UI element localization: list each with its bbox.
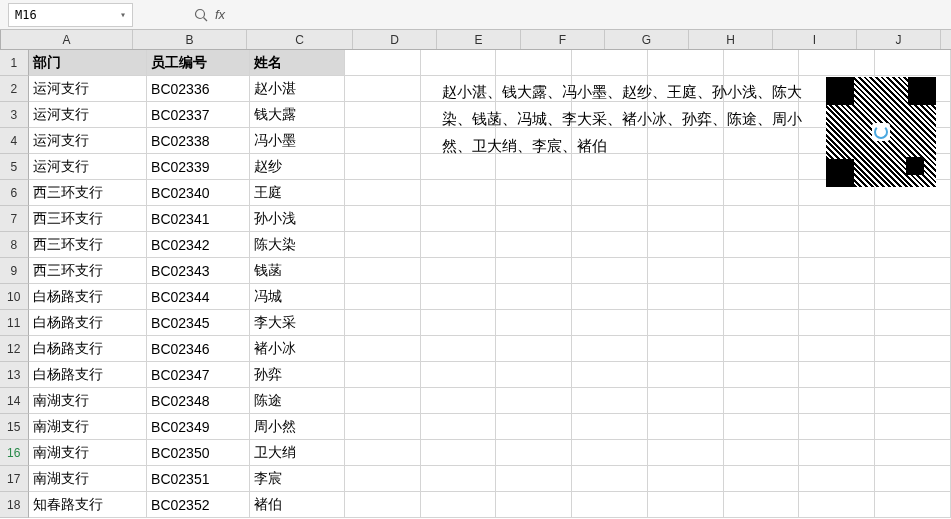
column-header-B[interactable]: B (133, 30, 247, 49)
cell-C6[interactable]: 王庭 (250, 180, 345, 206)
cell-H5[interactable] (648, 154, 724, 180)
cell-A6[interactable]: 西三环支行 (29, 180, 147, 206)
cell-J8[interactable] (799, 232, 875, 258)
cell-A11[interactable]: 白杨路支行 (29, 310, 147, 336)
cell-K12[interactable] (875, 336, 951, 362)
cell-H13[interactable] (648, 362, 724, 388)
cell-H2[interactable] (648, 76, 724, 102)
cell-H16[interactable] (648, 440, 724, 466)
cell-F1[interactable] (496, 50, 572, 76)
cell-B3[interactable]: BC02337 (147, 102, 249, 128)
cell-C11[interactable]: 李大采 (250, 310, 345, 336)
cell-G18[interactable] (572, 492, 648, 518)
cell-J17[interactable] (799, 466, 875, 492)
cell-G14[interactable] (572, 388, 648, 414)
cell-J9[interactable] (799, 258, 875, 284)
cell-F3[interactable] (496, 102, 572, 128)
cell-A4[interactable]: 运河支行 (29, 128, 147, 154)
cell-K5[interactable] (875, 154, 951, 180)
cell-I1[interactable] (724, 50, 800, 76)
row-header-3[interactable]: 3 (0, 102, 29, 128)
cell-A7[interactable]: 西三环支行 (29, 206, 147, 232)
cell-G1[interactable] (572, 50, 648, 76)
cell-G11[interactable] (572, 310, 648, 336)
cell-E10[interactable] (421, 284, 497, 310)
cell-G17[interactable] (572, 466, 648, 492)
cell-B13[interactable]: BC02347 (147, 362, 249, 388)
cell-A18[interactable]: 知春路支行 (29, 492, 147, 518)
cell-D10[interactable] (345, 284, 421, 310)
cell-B4[interactable]: BC02338 (147, 128, 249, 154)
cell-E16[interactable] (421, 440, 497, 466)
row-header-7[interactable]: 7 (0, 206, 29, 232)
cell-F16[interactable] (496, 440, 572, 466)
cell-J11[interactable] (799, 310, 875, 336)
cell-K11[interactable] (875, 310, 951, 336)
cell-A16[interactable]: 南湖支行 (29, 440, 147, 466)
cell-K13[interactable] (875, 362, 951, 388)
cell-I2[interactable] (724, 76, 800, 102)
cell-E14[interactable] (421, 388, 497, 414)
cell-J1[interactable] (799, 50, 875, 76)
cell-H1[interactable] (648, 50, 724, 76)
cell-G6[interactable] (572, 180, 648, 206)
cell-D9[interactable] (345, 258, 421, 284)
cell-K16[interactable] (875, 440, 951, 466)
cell-F13[interactable] (496, 362, 572, 388)
cell-H14[interactable] (648, 388, 724, 414)
cell-A9[interactable]: 西三环支行 (29, 258, 147, 284)
column-header-C[interactable]: C (247, 30, 353, 49)
cell-B14[interactable]: BC02348 (147, 388, 249, 414)
fx-label[interactable]: fx (215, 7, 225, 22)
cell-J18[interactable] (799, 492, 875, 518)
cell-D4[interactable] (345, 128, 421, 154)
cell-B15[interactable]: BC02349 (147, 414, 249, 440)
column-header-I[interactable]: I (773, 30, 857, 49)
cell-D7[interactable] (345, 206, 421, 232)
row-header-8[interactable]: 8 (0, 232, 29, 258)
cell-D1[interactable] (345, 50, 421, 76)
cell-K10[interactable] (875, 284, 951, 310)
column-header-G[interactable]: G (605, 30, 689, 49)
row-header-1[interactable]: 1 (0, 50, 29, 76)
cell-B16[interactable]: BC02350 (147, 440, 249, 466)
cell-G15[interactable] (572, 414, 648, 440)
cell-F14[interactable] (496, 388, 572, 414)
cell-G7[interactable] (572, 206, 648, 232)
cell-H18[interactable] (648, 492, 724, 518)
cell-G4[interactable] (572, 128, 648, 154)
cell-E4[interactable] (421, 128, 497, 154)
cell-A1[interactable]: 部门 (29, 50, 147, 76)
cell-C1[interactable]: 姓名 (250, 50, 345, 76)
column-header-F[interactable]: F (521, 30, 605, 49)
cell-I7[interactable] (724, 206, 800, 232)
cell-K8[interactable] (875, 232, 951, 258)
spreadsheet-grid[interactable]: ABCDEFGHIJK 1部门员工编号姓名2运河支行BC02336赵小湛3运河支… (0, 30, 951, 518)
cell-I15[interactable] (724, 414, 800, 440)
cell-F2[interactable] (496, 76, 572, 102)
column-header-K[interactable]: K (941, 30, 951, 49)
cell-H6[interactable] (648, 180, 724, 206)
cell-K18[interactable] (875, 492, 951, 518)
cell-I9[interactable] (724, 258, 800, 284)
cell-H3[interactable] (648, 102, 724, 128)
cell-J13[interactable] (799, 362, 875, 388)
cell-E8[interactable] (421, 232, 497, 258)
cell-B2[interactable]: BC02336 (147, 76, 249, 102)
cell-J6[interactable] (799, 180, 875, 206)
cell-F10[interactable] (496, 284, 572, 310)
cell-K4[interactable] (875, 128, 951, 154)
cell-F5[interactable] (496, 154, 572, 180)
cell-K2[interactable] (875, 76, 951, 102)
cell-F17[interactable] (496, 466, 572, 492)
cell-E1[interactable] (421, 50, 497, 76)
cell-G8[interactable] (572, 232, 648, 258)
cell-F6[interactable] (496, 180, 572, 206)
row-header-4[interactable]: 4 (0, 128, 29, 154)
cell-J16[interactable] (799, 440, 875, 466)
cell-A14[interactable]: 南湖支行 (29, 388, 147, 414)
cell-J3[interactable] (799, 102, 875, 128)
cell-I3[interactable] (724, 102, 800, 128)
row-header-10[interactable]: 10 (0, 284, 29, 310)
column-header-J[interactable]: J (857, 30, 941, 49)
